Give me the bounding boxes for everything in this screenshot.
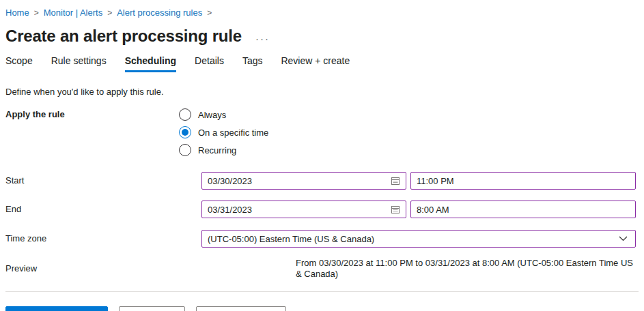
radio-icon bbox=[179, 108, 191, 121]
end-time-input[interactable]: 8:00 AM bbox=[410, 201, 636, 218]
end-date-value: 03/31/2023 bbox=[208, 205, 252, 215]
apply-rule-label: Apply the rule bbox=[5, 108, 179, 121]
next-details-button[interactable]: Next: Details > bbox=[196, 306, 286, 311]
start-date-input[interactable]: 03/30/2023 bbox=[201, 172, 406, 190]
start-row: Start 03/30/2023 11:00 PM bbox=[5, 172, 639, 190]
tab-bar: Scope Rule settings Scheduling Details T… bbox=[5, 55, 639, 72]
calendar-icon[interactable] bbox=[391, 176, 400, 186]
end-time-value: 8:00 AM bbox=[417, 205, 449, 215]
chevron-right-icon: > bbox=[107, 8, 112, 18]
breadcrumb-alert-processing-rules-link[interactable]: Alert processing rules bbox=[117, 8, 202, 18]
timezone-value: (UTC-05:00) Eastern Time (US & Canada) bbox=[208, 234, 374, 244]
end-row: End 03/31/2023 8:00 AM bbox=[5, 201, 639, 218]
start-label: Start bbox=[5, 172, 201, 190]
timezone-label: Time zone bbox=[5, 230, 201, 248]
chevron-right-icon: > bbox=[34, 8, 39, 18]
scheduling-description: Define when you'd like to apply this rul… bbox=[5, 87, 639, 97]
apply-rule-radio-group: Always On a specific time Recurring bbox=[179, 108, 268, 156]
start-time-input[interactable]: 11:00 PM bbox=[410, 172, 636, 190]
preview-row: Preview From 03/30/2023 at 11:00 PM to 0… bbox=[5, 258, 639, 280]
tab-tags[interactable]: Tags bbox=[242, 55, 263, 72]
timezone-row: Time zone (UTC-05:00) Eastern Time (US &… bbox=[5, 230, 639, 248]
radio-on-a-specific-time-label: On a specific time bbox=[198, 128, 268, 138]
tab-rule-settings[interactable]: Rule settings bbox=[51, 55, 107, 72]
apply-rule-row: Apply the rule Always On a specific time… bbox=[5, 108, 639, 156]
previous-button[interactable]: Previous bbox=[119, 306, 185, 311]
title-row: Create an alert processing rule ··· bbox=[5, 26, 639, 46]
preview-label: Preview bbox=[5, 260, 201, 278]
chevron-right-icon: > bbox=[207, 8, 212, 18]
radio-on-a-specific-time[interactable]: On a specific time bbox=[179, 126, 268, 138]
tab-review-create[interactable]: Review + create bbox=[281, 55, 350, 72]
breadcrumb-monitor-alerts-link[interactable]: Monitor | Alerts bbox=[44, 8, 102, 18]
timezone-select[interactable]: (UTC-05:00) Eastern Time (US & Canada) bbox=[201, 230, 636, 248]
radio-always-label: Always bbox=[198, 110, 226, 120]
preview-value: From 03/30/2023 at 11:00 PM to 03/31/202… bbox=[296, 258, 639, 280]
radio-recurring[interactable]: Recurring bbox=[179, 144, 268, 156]
radio-icon bbox=[179, 144, 191, 156]
start-date-value: 03/30/2023 bbox=[208, 176, 252, 186]
tab-scope[interactable]: Scope bbox=[5, 55, 33, 72]
chevron-down-icon bbox=[619, 236, 628, 241]
footer-divider bbox=[5, 291, 639, 292]
page-title: Create an alert processing rule bbox=[5, 26, 242, 46]
footer-buttons: Review + create Previous Next: Details > bbox=[5, 306, 639, 311]
radio-recurring-label: Recurring bbox=[198, 145, 236, 156]
tab-details[interactable]: Details bbox=[195, 55, 224, 72]
calendar-icon[interactable] bbox=[391, 205, 400, 214]
tab-scheduling[interactable]: Scheduling bbox=[125, 55, 176, 72]
radio-selected-icon bbox=[179, 126, 191, 138]
end-label: End bbox=[5, 201, 201, 218]
start-time-value: 11:00 PM bbox=[417, 176, 454, 186]
review-create-button[interactable]: Review + create bbox=[5, 306, 108, 311]
more-actions-icon[interactable]: ··· bbox=[255, 33, 270, 44]
breadcrumb: Home > Monitor | Alerts > Alert processi… bbox=[5, 7, 639, 18]
end-date-input[interactable]: 03/31/2023 bbox=[201, 201, 406, 218]
radio-always[interactable]: Always bbox=[179, 108, 268, 121]
breadcrumb-home-link[interactable]: Home bbox=[5, 8, 29, 18]
create-alert-rule-page: Home > Monitor | Alerts > Alert processi… bbox=[0, 0, 644, 311]
